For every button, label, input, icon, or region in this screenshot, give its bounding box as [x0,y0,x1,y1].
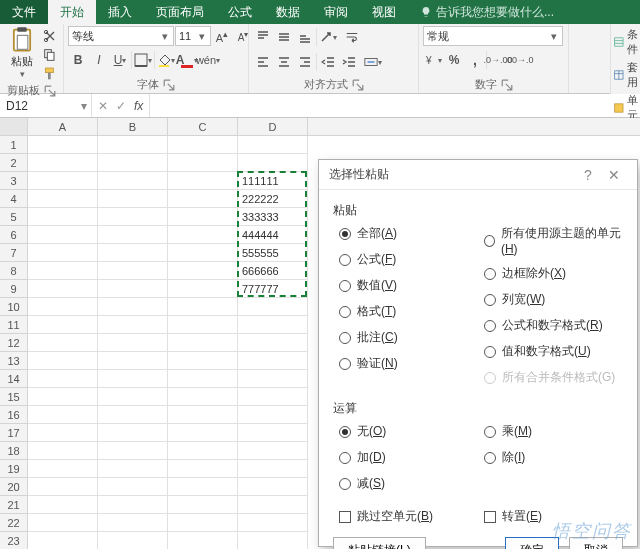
cell[interactable] [168,370,238,388]
column-header[interactable]: C [168,118,238,135]
row-header[interactable]: 23 [0,532,27,549]
cell[interactable] [28,514,98,532]
cell[interactable] [98,226,168,244]
font-dialog-launcher[interactable] [163,79,175,91]
cell[interactable] [98,352,168,370]
row-header[interactable]: 2 [0,154,27,172]
cancel-formula-icon[interactable]: ✕ [98,99,108,113]
cell[interactable] [98,532,168,549]
formula-input[interactable] [150,94,640,117]
align-bottom-button[interactable] [295,27,315,47]
cell[interactable] [98,298,168,316]
cell[interactable] [98,370,168,388]
cell[interactable] [168,280,238,298]
phonetic-button[interactable]: wén▾ [198,50,218,70]
cell[interactable] [28,298,98,316]
row-header[interactable]: 9 [0,280,27,298]
cell[interactable] [98,496,168,514]
cell[interactable]: 444444 [238,226,308,244]
cell[interactable] [98,136,168,154]
cell[interactable] [168,424,238,442]
cell[interactable] [98,208,168,226]
row-header[interactable]: 21 [0,496,27,514]
cell[interactable] [28,208,98,226]
cell[interactable] [28,154,98,172]
cell[interactable] [238,154,308,172]
align-right-button[interactable] [295,52,315,72]
cell[interactable] [98,406,168,424]
cell[interactable] [168,154,238,172]
cell[interactable] [168,190,238,208]
tab-insert[interactable]: 插入 [96,0,144,24]
cell[interactable] [238,370,308,388]
cell[interactable] [28,316,98,334]
cell[interactable]: 777777 [238,280,308,298]
cell[interactable] [238,136,308,154]
tell-me[interactable]: 告诉我您想要做什么... [408,0,566,24]
tab-review[interactable]: 审阅 [312,0,360,24]
paste-link-button[interactable]: 粘贴链接(L) [333,537,426,549]
cancel-button[interactable]: 取消 [569,537,623,549]
align-dialog-launcher[interactable] [352,79,364,91]
border-button[interactable]: ▾ [133,50,153,70]
cell[interactable] [98,154,168,172]
cell[interactable]: 555555 [238,244,308,262]
row-header[interactable]: 18 [0,442,27,460]
grow-font-button[interactable]: A▴ [212,26,232,46]
row-header[interactable]: 8 [0,262,27,280]
cell[interactable] [28,226,98,244]
cell[interactable] [28,262,98,280]
cell[interactable] [168,244,238,262]
radio-formats[interactable]: 格式(T) [339,303,478,320]
number-format-combo[interactable]: 常规▾ [423,26,563,46]
cell[interactable] [98,388,168,406]
tab-view[interactable]: 视图 [360,0,408,24]
cell[interactable] [98,316,168,334]
cell[interactable] [168,226,238,244]
cell[interactable] [28,244,98,262]
align-center-button[interactable] [274,52,294,72]
radio-none[interactable]: 无(O) [339,423,478,440]
cell[interactable]: 666666 [238,262,308,280]
column-header[interactable]: B [98,118,168,135]
decrease-decimal-button[interactable]: .00→.0 [509,50,529,70]
tab-layout[interactable]: 页面布局 [144,0,216,24]
row-header[interactable]: 11 [0,316,27,334]
radio-add[interactable]: 加(D) [339,449,478,466]
row-header[interactable]: 16 [0,406,27,424]
decrease-indent-button[interactable] [318,52,338,72]
radio-theme[interactable]: 所有使用源主题的单元(H) [484,225,623,256]
orientation-button[interactable]: ▾ [318,27,338,47]
cell[interactable] [168,136,238,154]
wrap-text-button[interactable] [339,27,365,47]
row-header[interactable]: 19 [0,460,27,478]
cell[interactable] [98,424,168,442]
comma-button[interactable]: , [465,50,485,70]
font-size-combo[interactable]: 11▾ [175,26,211,46]
cell[interactable] [98,442,168,460]
cell[interactable] [238,496,308,514]
cell[interactable] [168,442,238,460]
increase-indent-button[interactable] [339,52,359,72]
radio-colwidth[interactable]: 列宽(W) [484,291,623,308]
close-button[interactable]: ✕ [601,167,627,183]
cell[interactable] [28,172,98,190]
radio-comments[interactable]: 批注(C) [339,329,478,346]
radio-fnum[interactable]: 公式和数字格式(R) [484,317,623,334]
cell[interactable] [28,496,98,514]
cell[interactable] [168,478,238,496]
cell[interactable] [98,460,168,478]
cell[interactable] [28,478,98,496]
cell[interactable] [168,352,238,370]
align-left-button[interactable] [253,52,273,72]
tab-formulas[interactable]: 公式 [216,0,264,24]
radio-div[interactable]: 除(I) [484,449,623,466]
row-header[interactable]: 13 [0,352,27,370]
merge-center-button[interactable]: ▾ [360,52,386,72]
fx-button[interactable]: fx [134,99,143,113]
cell[interactable] [28,334,98,352]
cell[interactable] [28,370,98,388]
cell[interactable] [168,388,238,406]
row-header[interactable]: 17 [0,424,27,442]
cell[interactable] [238,424,308,442]
